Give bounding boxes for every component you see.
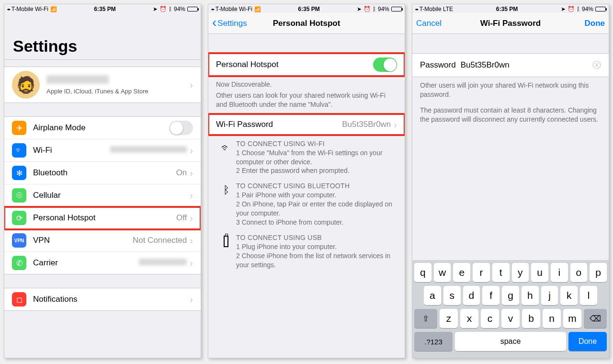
carrier-label: T-Mobile LTE — [420, 6, 453, 12]
back-button[interactable]: Settings — [208, 13, 251, 34]
notifications-cell[interactable]: ◻ Notifications — [4, 288, 201, 310]
wifi-instruct-icon: ᯤ — [216, 140, 236, 176]
password-value[interactable]: Bu5t35Br0wn — [461, 60, 592, 70]
status-bar: T-Mobile Wi-Fi 6:35 PM ➤ ⏰ ᛒ 94% — [208, 4, 405, 13]
key-space[interactable]: space — [455, 332, 566, 351]
password-desc-1: Other users will join your shared Wi-Fi … — [412, 77, 609, 101]
key-z[interactable]: z — [440, 309, 458, 328]
key-q[interactable]: q — [414, 263, 431, 282]
avatar: 🧔 — [12, 71, 40, 99]
hotspot-toggle-cell[interactable]: Personal Hotspot — [208, 53, 405, 76]
backspace-icon: ⌫ — [590, 314, 601, 324]
chevron-right-icon — [190, 191, 193, 200]
key-w[interactable]: w — [434, 263, 451, 282]
key-r[interactable]: r — [473, 263, 490, 282]
airplane-mode-cell[interactable]: ✈ Airplane Mode — [4, 117, 201, 139]
location-icon: ➤ — [561, 6, 566, 12]
key-k[interactable]: k — [560, 286, 578, 305]
cellular-icon: ⦾ — [12, 188, 26, 203]
apple-id-cell[interactable]: 🧔 Apple ID, iCloud, iTunes & App Store — [4, 67, 201, 102]
key-backspace[interactable]: ⌫ — [584, 309, 607, 328]
location-icon: ➤ — [153, 6, 158, 12]
password-label: Password — [420, 60, 456, 70]
discoverable-body: Other users can look for your shared net… — [208, 91, 405, 111]
status-bar: T-Mobile LTE 6:35 PM ➤ ⏰ ᛒ 94% — [412, 4, 609, 13]
key-s[interactable]: s — [443, 286, 461, 305]
key-m[interactable]: m — [563, 309, 581, 328]
key-h[interactable]: h — [522, 286, 539, 305]
signal-icon — [7, 6, 10, 12]
instruct-bluetooth: ᛒ TO CONNECT USING BLUETOOTH 1 Pair iPho… — [208, 177, 405, 229]
key-g[interactable]: g — [502, 286, 519, 305]
signal-icon — [415, 6, 418, 12]
wifi-icon: ᯤ — [12, 143, 26, 158]
vpn-cell[interactable]: VPN VPN Not Connected — [4, 229, 201, 252]
personal-hotspot-cell[interactable]: ⟳ Personal Hotspot Off — [4, 207, 201, 229]
key-o[interactable]: o — [570, 263, 588, 282]
key-c[interactable]: c — [481, 309, 499, 328]
key-f[interactable]: f — [482, 286, 499, 305]
battery-pct: 94% — [582, 6, 593, 12]
key-u[interactable]: u — [531, 263, 548, 282]
wifi-status-icon — [50, 6, 57, 12]
battery-icon — [391, 7, 402, 11]
cancel-button[interactable]: Cancel — [412, 13, 445, 34]
bluetooth-status-icon: ᛒ — [373, 6, 376, 12]
key-x[interactable]: x — [460, 309, 478, 328]
carrier-cell[interactable]: ✆ Carrier — [4, 252, 201, 274]
nav-title: Wi-Fi Password — [480, 19, 541, 28]
instruct-usb: TO CONNECT USING USB 1 Plug iPhone into … — [208, 229, 405, 272]
battery-icon — [595, 7, 606, 11]
location-icon: ➤ — [357, 6, 362, 12]
key-n[interactable]: n — [543, 309, 561, 328]
keyboard-row-2: a s d f g h j k l — [414, 286, 607, 305]
wifi-cell[interactable]: ᯤ Wi-Fi — [4, 139, 201, 162]
key-j[interactable]: j — [541, 286, 558, 305]
screen-personal-hotspot: T-Mobile Wi-Fi 6:35 PM ➤ ⏰ ᛒ 94% Setting… — [208, 4, 405, 358]
clock: 6:35 PM — [298, 6, 319, 12]
key-l[interactable]: l — [580, 286, 597, 305]
chevron-right-icon — [190, 258, 193, 268]
page-title: Settings — [4, 13, 201, 60]
key-done[interactable]: Done — [568, 332, 607, 351]
battery-pct: 94% — [378, 6, 389, 12]
keyboard-row-1: q w e r t y u i o p — [414, 263, 607, 282]
key-d[interactable]: d — [463, 286, 480, 305]
key-a[interactable]: a — [424, 286, 441, 305]
chevron-right-icon — [190, 295, 193, 304]
key-i[interactable]: i — [551, 263, 568, 282]
bluetooth-status-icon: ᛒ — [577, 6, 580, 12]
battery-pct: 94% — [174, 6, 185, 12]
clear-icon[interactable] — [592, 59, 601, 71]
password-desc-2: The password must contain at least 8 cha… — [412, 101, 609, 126]
hotspot-toggle[interactable] — [373, 57, 397, 72]
key-e[interactable]: e — [453, 263, 470, 282]
bluetooth-cell[interactable]: ✻ Bluetooth On — [4, 162, 201, 184]
nav-title: Personal Hotspot — [273, 19, 341, 28]
key-b[interactable]: b — [522, 309, 540, 328]
key-y[interactable]: y — [512, 263, 529, 282]
done-nav-button[interactable]: Done — [581, 13, 609, 34]
wifi-status-icon — [254, 6, 261, 12]
airplane-toggle[interactable] — [169, 121, 193, 135]
key-shift[interactable]: ⇧ — [414, 309, 437, 328]
wifi-password-cell[interactable]: Wi-Fi Password Bu5t35Br0wn — [208, 114, 405, 135]
cellular-cell[interactable]: ⦾ Cellular — [4, 184, 201, 207]
keyboard: q w e r t y u i o p a s d f g h j k l ⇧ … — [412, 260, 609, 358]
clock: 6:35 PM — [94, 6, 115, 12]
chevron-right-icon — [190, 168, 193, 178]
instruct-wifi: ᯤ TO CONNECT USING WI-FI 1 Choose "Mulva… — [208, 135, 405, 178]
key-v[interactable]: v — [501, 309, 520, 328]
profile-name-redacted — [46, 75, 109, 84]
shift-icon: ⇧ — [422, 314, 429, 324]
usb-instruct-icon — [216, 234, 236, 270]
key-t[interactable]: t — [492, 263, 510, 282]
key-symbols[interactable]: .?123 — [414, 332, 453, 351]
carrier-value-redacted — [139, 259, 187, 265]
chevron-left-icon — [212, 18, 217, 29]
hotspot-icon: ⟳ — [12, 211, 26, 225]
key-p[interactable]: p — [590, 263, 607, 282]
password-input-cell[interactable]: Password Bu5t35Br0wn — [412, 53, 609, 77]
bluetooth-icon: ✻ — [12, 166, 26, 180]
chevron-right-icon — [190, 213, 193, 223]
